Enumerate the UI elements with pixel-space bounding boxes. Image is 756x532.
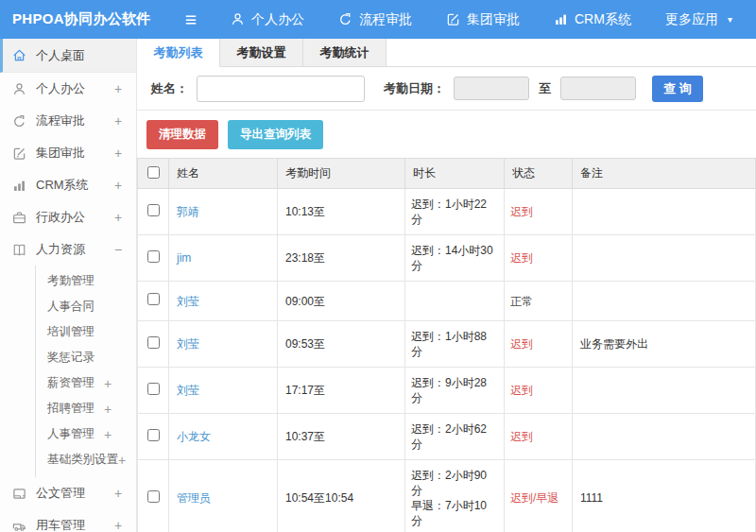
date-from-input[interactable]	[454, 77, 529, 100]
sidebar-item-vehicle-management[interactable]: 用车管理 +	[0, 509, 136, 532]
duration-cell: 迟到：14小时30分	[405, 235, 505, 282]
attendance-time: 10:54至10:54	[278, 460, 405, 532]
status-text: 迟到/早退	[510, 491, 558, 505]
sidebar-item-document-management[interactable]: 公文管理 +	[0, 477, 136, 509]
duration-cell: 迟到：1小时88分	[405, 321, 505, 368]
expand-plus-icon[interactable]: +	[102, 427, 113, 442]
sidebar: 个人桌面 个人办公 + 流程审批 + 集团审批 + CRM系统 + 行政办公 +…	[0, 39, 137, 532]
duration-cell	[405, 282, 505, 321]
row-checkbox[interactable]	[147, 383, 160, 395]
employee-name-link[interactable]: 刘莹	[177, 384, 199, 397]
topnav-label: 更多应用	[665, 11, 718, 28]
topnav-group-approval[interactable]: 集团审批	[446, 11, 520, 28]
sidebar-subitem-recruitment-management[interactable]: 招聘管理 +	[36, 396, 136, 421]
expand-plus-icon[interactable]: +	[102, 402, 113, 417]
sidebar-item-label: 流程审批	[36, 112, 104, 129]
flow-icon	[338, 12, 352, 26]
sidebar-subitem-reward-punishment-records[interactable]: 奖惩记录	[36, 345, 136, 370]
name-input[interactable]	[197, 76, 365, 102]
edit-icon	[446, 12, 460, 26]
topnav-label: 流程审批	[359, 11, 412, 28]
topnav-more-apps[interactable]: 更多应用 ▾	[665, 11, 732, 28]
sidebar-subitem-salary-management[interactable]: 薪资管理 +	[36, 370, 136, 396]
duration-cell: 迟到：2小时62分	[405, 414, 505, 460]
note-cell	[573, 235, 756, 282]
sidebar-subitem-basic-category-settings[interactable]: 基础类别设置 +	[36, 447, 136, 472]
topnav-crm-system[interactable]: CRM系统	[554, 11, 631, 28]
collapse-minus-icon[interactable]: −	[112, 242, 124, 257]
caret-down-icon: ▾	[728, 14, 732, 25]
row-checkbox[interactable]	[147, 293, 160, 305]
date-to-separator: 至	[539, 80, 551, 97]
sidebar-subitem-training-management[interactable]: 培训管理	[36, 319, 136, 345]
status-text: 迟到	[510, 384, 533, 397]
topnav-label: 集团审批	[467, 11, 520, 28]
sidebar-item-workflow-approval[interactable]: 流程审批 +	[0, 105, 136, 137]
column-header-status: 状态	[505, 159, 573, 189]
name-label: 姓名：	[151, 80, 188, 97]
row-checkbox[interactable]	[147, 490, 160, 503]
sidebar-item-personal-desktop[interactable]: 个人桌面	[0, 39, 136, 73]
row-checkbox[interactable]	[147, 429, 160, 441]
sidebar-item-label: 人力资源	[36, 241, 104, 258]
filter-bar: 姓名： 考勤日期： 至 查 询	[137, 67, 756, 111]
employee-name-link[interactable]: jim	[177, 251, 191, 265]
employee-name-link[interactable]: 管理员	[177, 491, 211, 505]
employee-name-link[interactable]: 刘莹	[177, 337, 199, 351]
row-checkbox[interactable]	[147, 336, 160, 349]
clean-data-button[interactable]: 清理数据	[146, 120, 218, 149]
expand-plus-icon[interactable]: +	[102, 376, 113, 391]
sidebar-item-crm-system[interactable]: CRM系统 +	[0, 169, 136, 201]
attendance-time: 17:17至	[278, 368, 405, 414]
sidebar-subitem-attendance-management[interactable]: 考勤管理	[36, 268, 136, 294]
expand-plus-icon[interactable]: +	[112, 518, 124, 532]
expand-plus-icon[interactable]: +	[118, 453, 126, 468]
sidebar-item-human-resources[interactable]: 人力资源 −	[0, 233, 136, 266]
expand-plus-icon[interactable]: +	[112, 178, 124, 193]
table-row: 管理员 10:54至10:54 迟到：2小时90分早退：7小时10分 迟到/早退…	[138, 460, 756, 532]
tab-attendance-statistics[interactable]: 考勤统计	[303, 39, 387, 66]
employee-name-link[interactable]: 小龙女	[177, 430, 211, 443]
note-cell	[573, 189, 756, 235]
employee-name-link[interactable]: 刘莹	[177, 295, 199, 308]
select-all-checkbox[interactable]	[147, 166, 160, 179]
note-cell: 业务需要外出	[573, 321, 756, 368]
sidebar-subitem-personnel-management[interactable]: 人事管理 +	[36, 421, 136, 447]
row-checkbox[interactable]	[147, 204, 160, 216]
sidebar-item-label: 行政办公	[36, 209, 104, 226]
date-to-input[interactable]	[560, 77, 636, 100]
tab-attendance-settings[interactable]: 考勤设置	[220, 39, 303, 66]
sidebar-item-personal-office[interactable]: 个人办公 +	[0, 73, 136, 105]
hamburger-menu-icon[interactable]: ≡	[172, 9, 210, 29]
row-checkbox[interactable]	[147, 250, 160, 263]
hr-submenu: 考勤管理 人事合同 培训管理 奖惩记录 薪资管理 + 招聘管理 + 人事管理 +…	[35, 266, 136, 477]
topnav-personal-office[interactable]: 个人办公	[231, 11, 304, 28]
tab-attendance-list[interactable]: 考勤列表	[137, 39, 220, 67]
status-text: 正常	[510, 295, 533, 308]
topnav-label: 个人办公	[251, 11, 304, 28]
action-bar: 清理数据 导出查询列表	[137, 111, 756, 158]
search-button[interactable]: 查 询	[652, 76, 703, 102]
export-list-button[interactable]: 导出查询列表	[228, 120, 323, 149]
sidebar-item-label: 个人桌面	[36, 47, 124, 64]
sidebar-item-administrative-office[interactable]: 行政办公 +	[0, 201, 136, 233]
expand-plus-icon[interactable]: +	[112, 146, 124, 161]
sidebar-item-group-approval[interactable]: 集团审批 +	[0, 137, 136, 169]
sidebar-subitem-label: 培训管理	[47, 324, 113, 340]
document-icon	[12, 487, 27, 501]
attendance-time: 10:13至	[278, 189, 405, 235]
expand-plus-icon[interactable]: +	[112, 210, 124, 225]
expand-plus-icon[interactable]: +	[112, 81, 124, 96]
sidebar-subitem-personnel-contract[interactable]: 人事合同	[36, 294, 136, 319]
attendance-date-label: 考勤日期：	[384, 80, 445, 97]
employee-name-link[interactable]: 郭靖	[177, 205, 199, 218]
expand-plus-icon[interactable]: +	[112, 113, 124, 129]
app-title: PHPOA协同办公软件	[0, 10, 172, 28]
table-row: jim 23:18至 迟到：14小时30分 迟到	[138, 235, 756, 282]
status-text: 迟到	[510, 251, 533, 265]
topnav-workflow-approval[interactable]: 流程审批	[338, 11, 412, 28]
table-row: 小龙女 10:37至 迟到：2小时62分 迟到	[138, 414, 756, 460]
expand-plus-icon[interactable]: +	[112, 486, 124, 501]
status-text: 迟到	[510, 430, 533, 443]
select-all-cell	[138, 159, 169, 189]
